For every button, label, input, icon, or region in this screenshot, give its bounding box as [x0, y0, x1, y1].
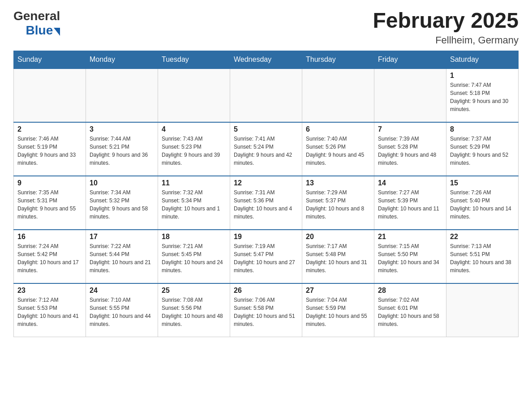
day-number: 12	[234, 179, 298, 187]
day-number: 14	[378, 179, 442, 187]
weekday-header-sunday: Sunday	[14, 51, 86, 68]
calendar-cell: 7Sunrise: 7:39 AMSunset: 5:28 PMDaylight…	[374, 122, 446, 176]
day-info: Sunrise: 7:08 AMSunset: 5:56 PMDaylight:…	[162, 296, 226, 328]
day-info: Sunrise: 7:29 AMSunset: 5:37 PMDaylight:…	[306, 188, 370, 221]
day-number: 6	[306, 125, 370, 133]
calendar-cell: 20Sunrise: 7:17 AMSunset: 5:48 PMDayligh…	[302, 230, 374, 283]
day-info: Sunrise: 7:32 AMSunset: 5:34 PMDaylight:…	[162, 188, 226, 221]
calendar-cell: 8Sunrise: 7:37 AMSunset: 5:29 PMDaylight…	[446, 122, 519, 176]
calendar-cell: 22Sunrise: 7:13 AMSunset: 5:51 PMDayligh…	[446, 230, 519, 283]
weekday-header-friday: Friday	[374, 51, 446, 68]
day-info: Sunrise: 7:39 AMSunset: 5:28 PMDaylight:…	[378, 135, 442, 167]
calendar-cell: 19Sunrise: 7:19 AMSunset: 5:47 PMDayligh…	[230, 230, 302, 283]
calendar-cell: 25Sunrise: 7:08 AMSunset: 5:56 PMDayligh…	[158, 283, 230, 337]
day-info: Sunrise: 7:12 AMSunset: 5:53 PMDaylight:…	[17, 296, 82, 328]
calendar-cell	[446, 283, 519, 337]
location-title: Fellheim, Germany	[373, 34, 519, 46]
logo-general-text: General	[13, 9, 60, 23]
day-info: Sunrise: 7:13 AMSunset: 5:51 PMDaylight:…	[450, 242, 515, 274]
calendar-cell: 1Sunrise: 7:47 AMSunset: 5:18 PMDaylight…	[446, 68, 519, 122]
weekday-header-wednesday: Wednesday	[230, 51, 302, 68]
calendar-cell	[230, 68, 302, 122]
day-info: Sunrise: 7:21 AMSunset: 5:45 PMDaylight:…	[162, 242, 226, 274]
day-info: Sunrise: 7:04 AMSunset: 5:59 PMDaylight:…	[306, 296, 370, 328]
calendar-cell: 26Sunrise: 7:06 AMSunset: 5:58 PMDayligh…	[230, 283, 302, 337]
day-number: 3	[90, 125, 154, 133]
day-info: Sunrise: 7:27 AMSunset: 5:39 PMDaylight:…	[378, 188, 442, 221]
day-number: 23	[17, 287, 82, 295]
day-number: 22	[450, 233, 515, 241]
day-number: 7	[378, 125, 442, 133]
day-number: 18	[162, 233, 226, 241]
calendar-cell: 10Sunrise: 7:34 AMSunset: 5:32 PMDayligh…	[86, 176, 158, 230]
day-number: 15	[450, 179, 515, 187]
day-number: 24	[90, 287, 154, 295]
day-number: 19	[234, 233, 298, 241]
day-number: 4	[162, 125, 226, 133]
day-info: Sunrise: 7:10 AMSunset: 5:55 PMDaylight:…	[90, 296, 154, 328]
day-info: Sunrise: 7:34 AMSunset: 5:32 PMDaylight:…	[90, 188, 154, 221]
day-number: 2	[17, 125, 82, 133]
calendar-cell: 5Sunrise: 7:41 AMSunset: 5:24 PMDaylight…	[230, 122, 302, 176]
calendar-cell	[86, 68, 158, 122]
day-info: Sunrise: 7:31 AMSunset: 5:36 PMDaylight:…	[234, 188, 298, 221]
day-number: 17	[90, 233, 154, 241]
day-number: 16	[17, 233, 82, 241]
calendar-cell: 21Sunrise: 7:15 AMSunset: 5:50 PMDayligh…	[374, 230, 446, 283]
day-info: Sunrise: 7:06 AMSunset: 5:58 PMDaylight:…	[234, 296, 298, 328]
day-info: Sunrise: 7:26 AMSunset: 5:40 PMDaylight:…	[450, 188, 515, 221]
day-number: 26	[234, 287, 298, 295]
calendar-cell: 14Sunrise: 7:27 AMSunset: 5:39 PMDayligh…	[374, 176, 446, 230]
day-number: 11	[162, 179, 226, 187]
calendar-week-row: 9Sunrise: 7:35 AMSunset: 5:31 PMDaylight…	[14, 176, 519, 230]
calendar-cell: 4Sunrise: 7:43 AMSunset: 5:23 PMDaylight…	[158, 122, 230, 176]
day-info: Sunrise: 7:02 AMSunset: 6:01 PMDaylight:…	[378, 296, 442, 328]
logo: General Blue	[13, 9, 60, 38]
calendar-cell: 12Sunrise: 7:31 AMSunset: 5:36 PMDayligh…	[230, 176, 302, 230]
weekday-header-monday: Monday	[86, 51, 158, 68]
day-info: Sunrise: 7:41 AMSunset: 5:24 PMDaylight:…	[234, 135, 298, 167]
calendar-week-row: 1Sunrise: 7:47 AMSunset: 5:18 PMDaylight…	[14, 68, 519, 122]
calendar-table: SundayMondayTuesdayWednesdayThursdayFrid…	[13, 51, 519, 338]
day-info: Sunrise: 7:35 AMSunset: 5:31 PMDaylight:…	[17, 188, 82, 221]
day-number: 8	[450, 125, 515, 133]
calendar-cell: 2Sunrise: 7:46 AMSunset: 5:19 PMDaylight…	[14, 122, 86, 176]
day-info: Sunrise: 7:44 AMSunset: 5:21 PMDaylight:…	[90, 135, 154, 167]
logo-arrow-icon	[54, 28, 60, 36]
logo-blue-text: Blue	[26, 23, 53, 38]
calendar-week-row: 16Sunrise: 7:24 AMSunset: 5:42 PMDayligh…	[14, 230, 519, 283]
day-number: 21	[378, 233, 442, 241]
day-number: 25	[162, 287, 226, 295]
calendar-cell: 17Sunrise: 7:22 AMSunset: 5:44 PMDayligh…	[86, 230, 158, 283]
day-number: 9	[17, 179, 82, 187]
calendar-cell: 23Sunrise: 7:12 AMSunset: 5:53 PMDayligh…	[14, 283, 86, 337]
day-info: Sunrise: 7:17 AMSunset: 5:48 PMDaylight:…	[306, 242, 370, 274]
day-info: Sunrise: 7:43 AMSunset: 5:23 PMDaylight:…	[162, 135, 226, 167]
calendar-cell	[374, 68, 446, 122]
day-info: Sunrise: 7:19 AMSunset: 5:47 PMDaylight:…	[234, 242, 298, 274]
weekday-header-tuesday: Tuesday	[158, 51, 230, 68]
day-number: 27	[306, 287, 370, 295]
day-number: 1	[450, 72, 515, 80]
day-number: 10	[90, 179, 154, 187]
month-title: February 2025	[373, 9, 519, 33]
day-info: Sunrise: 7:40 AMSunset: 5:26 PMDaylight:…	[306, 135, 370, 167]
logo-mark: General Blue	[13, 9, 60, 38]
calendar-cell: 28Sunrise: 7:02 AMSunset: 6:01 PMDayligh…	[374, 283, 446, 337]
day-number: 28	[378, 287, 442, 295]
calendar-cell: 24Sunrise: 7:10 AMSunset: 5:55 PMDayligh…	[86, 283, 158, 337]
calendar-cell	[14, 68, 86, 122]
calendar-cell: 3Sunrise: 7:44 AMSunset: 5:21 PMDaylight…	[86, 122, 158, 176]
day-info: Sunrise: 7:15 AMSunset: 5:50 PMDaylight:…	[378, 242, 442, 274]
calendar-cell: 18Sunrise: 7:21 AMSunset: 5:45 PMDayligh…	[158, 230, 230, 283]
day-info: Sunrise: 7:37 AMSunset: 5:29 PMDaylight:…	[450, 135, 515, 167]
calendar-cell	[158, 68, 230, 122]
calendar-cell: 6Sunrise: 7:40 AMSunset: 5:26 PMDaylight…	[302, 122, 374, 176]
day-info: Sunrise: 7:46 AMSunset: 5:19 PMDaylight:…	[17, 135, 82, 167]
day-info: Sunrise: 7:24 AMSunset: 5:42 PMDaylight:…	[17, 242, 82, 274]
calendar-cell: 11Sunrise: 7:32 AMSunset: 5:34 PMDayligh…	[158, 176, 230, 230]
day-info: Sunrise: 7:22 AMSunset: 5:44 PMDaylight:…	[90, 242, 154, 274]
page-header: General Blue February 2025 Fellheim, Ger…	[13, 9, 519, 46]
weekday-header-saturday: Saturday	[446, 51, 519, 68]
title-area: February 2025 Fellheim, Germany	[373, 9, 519, 46]
